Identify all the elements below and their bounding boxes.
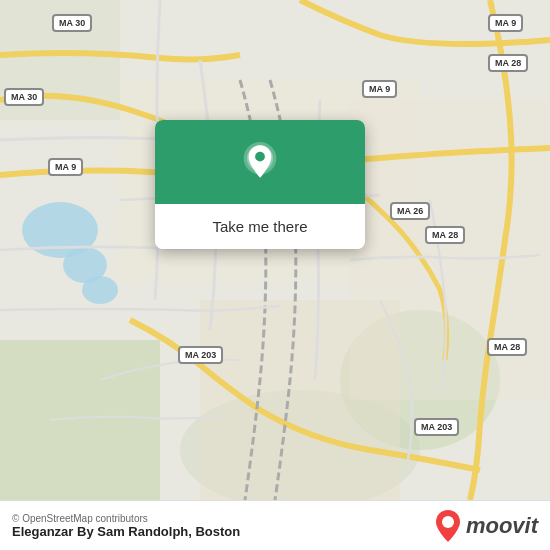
- moovit-pin-icon: [434, 508, 462, 544]
- road-badge-ma203-right: MA 203: [414, 418, 459, 436]
- map-container: MA 30 MA 30 MA 9 MA 9 MA 9 MA 28 MA 26 M…: [0, 0, 550, 500]
- map-svg: [0, 0, 550, 500]
- svg-point-3: [82, 276, 118, 304]
- moovit-brand-text: moovit: [466, 513, 538, 539]
- svg-rect-4: [0, 340, 160, 500]
- road-badge-ma26: MA 26: [390, 202, 430, 220]
- road-badge-ma9-left: MA 9: [48, 158, 83, 176]
- moovit-logo: moovit: [434, 508, 538, 544]
- copyright-text: © OpenStreetMap contributors: [12, 513, 240, 524]
- popup-header: [155, 120, 365, 204]
- road-badge-ma30-top: MA 30: [52, 14, 92, 32]
- svg-point-14: [442, 516, 454, 528]
- road-badge-ma28-mid: MA 28: [425, 226, 465, 244]
- location-pin-icon: [238, 142, 282, 186]
- road-badge-ma28-top: MA 28: [488, 54, 528, 72]
- svg-point-13: [255, 152, 265, 162]
- location-name: Eleganzar By Sam Randolph, Boston: [12, 524, 240, 539]
- popup-card: Take me there: [155, 120, 365, 249]
- road-badge-ma9-top-right: MA 9: [488, 14, 523, 32]
- road-badge-ma30-mid: MA 30: [4, 88, 44, 106]
- road-badge-ma28-bot: MA 28: [487, 338, 527, 356]
- road-badge-ma9-mid: MA 9: [362, 80, 397, 98]
- bottom-left: © OpenStreetMap contributors Eleganzar B…: [12, 513, 240, 539]
- bottom-bar: © OpenStreetMap contributors Eleganzar B…: [0, 500, 550, 550]
- road-badge-ma203-left: MA 203: [178, 346, 223, 364]
- take-me-there-button[interactable]: Take me there: [155, 204, 365, 249]
